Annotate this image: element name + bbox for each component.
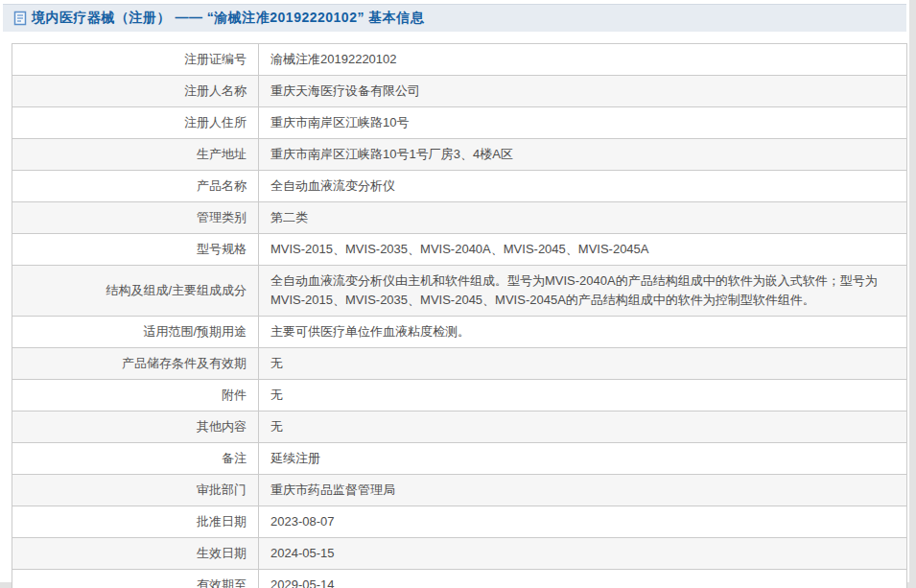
table-row-registrant-name: 注册人名称 重庆天海医疗设备有限公司 <box>12 76 907 107</box>
row-label: 产品储存条件及有效期 <box>12 348 259 380</box>
row-label: 批准日期 <box>12 506 259 538</box>
row-label: 注册证编号 <box>12 44 259 76</box>
table-row-model-spec: 型号规格 MVIS-2015、MVIS-2035、MVIS-2040A、MVIS… <box>12 234 907 266</box>
table-row-intended-use: 适用范围/预期用途 主要可供医疗单位作血液粘度检测。 <box>12 317 907 348</box>
table-row-other-content: 其他内容 无 <box>12 412 907 443</box>
page-content: 境内医疗器械（注册） —— “渝械注准20192220102” 基本信息 注册证… <box>0 0 909 582</box>
row-label: 审批部门 <box>12 475 259 506</box>
row-value: 重庆天海医疗设备有限公司 <box>259 76 907 107</box>
table-row-product-name: 产品名称 全自动血液流变分析仪 <box>12 171 907 202</box>
document-icon <box>13 11 27 26</box>
table-row-registrant-address: 注册人住所 重庆市南岸区江峡路10号 <box>12 107 907 139</box>
row-value: 无 <box>259 348 907 380</box>
row-value: 全自动血液流变分析仪由主机和软件组成。型号为MVIS-2040A的产品结构组成中… <box>259 266 907 317</box>
row-value: 2029-05-14 <box>259 570 907 588</box>
row-value: 无 <box>259 380 907 412</box>
row-value: 重庆市南岸区江峡路10号 <box>259 107 907 139</box>
row-value: 2023-08-07 <box>259 506 907 538</box>
table-row-expiry-date: 有效期至 2029-05-14 <box>12 570 907 588</box>
row-value: 第二类 <box>259 202 907 234</box>
page-title: 境内医疗器械（注册） —— “渝械注准20192220102” 基本信息 <box>32 10 424 27</box>
row-label: 备注 <box>12 443 259 475</box>
table-row-remarks: 备注 延续注册 <box>12 443 907 475</box>
row-label: 其他内容 <box>12 412 259 443</box>
row-label: 产品名称 <box>12 171 259 202</box>
table-row-storage-conditions: 产品储存条件及有效期 无 <box>12 348 907 380</box>
page-header: 境内医疗器械（注册） —— “渝械注准20192220102” 基本信息 <box>3 4 906 32</box>
row-label: 生产地址 <box>12 139 259 171</box>
table-row-approval-date: 批准日期 2023-08-07 <box>12 506 907 538</box>
table-row-effective-date: 生效日期 2024-05-15 <box>12 538 907 570</box>
registration-info-table: 注册证编号 渝械注准20192220102 注册人名称 重庆天海医疗设备有限公司… <box>12 43 907 588</box>
row-value: 重庆市药品监督管理局 <box>259 475 907 506</box>
row-label: 注册人名称 <box>12 76 259 107</box>
row-value: MVIS-2015、MVIS-2035、MVIS-2040A、MVIS-2045… <box>259 234 907 266</box>
row-label: 生效日期 <box>12 538 259 570</box>
row-label: 型号规格 <box>12 234 259 266</box>
row-label: 管理类别 <box>12 202 259 234</box>
table-row-production-address: 生产地址 重庆市南岸区江峡路10号1号厂房3、4楼A区 <box>12 139 907 171</box>
table-row-attachments: 附件 无 <box>12 380 907 412</box>
table-row-management-category: 管理类别 第二类 <box>12 202 907 234</box>
row-value: 重庆市南岸区江峡路10号1号厂房3、4楼A区 <box>259 139 907 171</box>
row-value: 2024-05-15 <box>259 538 907 570</box>
row-label: 注册人住所 <box>12 107 259 139</box>
row-value: 主要可供医疗单位作血液粘度检测。 <box>259 317 907 348</box>
row-label: 适用范围/预期用途 <box>12 317 259 348</box>
row-value: 延续注册 <box>259 443 907 475</box>
table-row-approval-department: 审批部门 重庆市药品监督管理局 <box>12 475 907 506</box>
row-value: 全自动血液流变分析仪 <box>259 171 907 202</box>
table-row-structure-composition: 结构及组成/主要组成成分 全自动血液流变分析仪由主机和软件组成。型号为MVIS-… <box>12 266 907 317</box>
row-label: 结构及组成/主要组成成分 <box>12 266 259 317</box>
row-value: 无 <box>259 412 907 443</box>
row-label: 附件 <box>12 380 259 412</box>
table-row-reg-cert-no: 注册证编号 渝械注准20192220102 <box>12 44 907 76</box>
row-label: 有效期至 <box>12 570 259 588</box>
row-value: 渝械注准20192220102 <box>259 44 907 76</box>
